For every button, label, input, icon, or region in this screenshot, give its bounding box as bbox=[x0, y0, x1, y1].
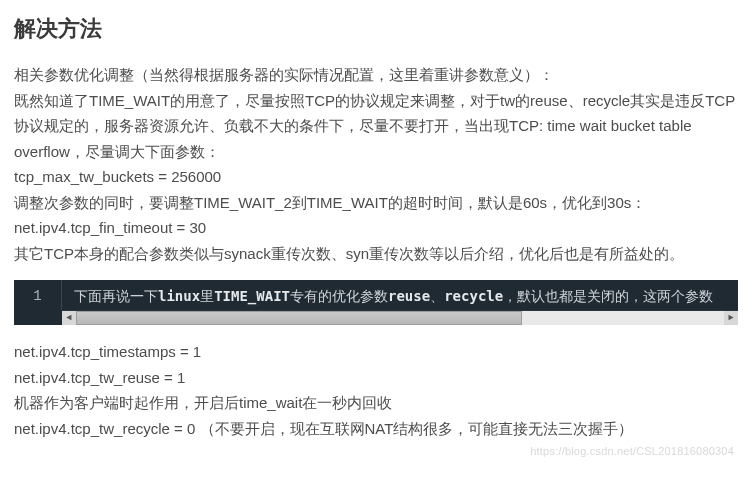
bottom-paragraph-block: net.ipv4.tcp_timestamps = 1 net.ipv4.tcp… bbox=[14, 339, 738, 441]
code-line: 下面再说一下linux里TIME_WAIT专有的优化参数reuse、recycl… bbox=[62, 280, 738, 310]
code-keyword: recycle bbox=[444, 288, 503, 304]
paragraph: tcp_max_tw_buckets = 256000 bbox=[14, 164, 738, 190]
code-keyword: reuse bbox=[388, 288, 430, 304]
horizontal-scrollbar[interactable]: ◄ ► bbox=[62, 310, 738, 325]
paragraph: 相关参数优化调整（当然得根据服务器的实际情况配置，这里着重讲参数意义）： bbox=[14, 62, 738, 88]
paragraph: net.ipv4.tcp_tw_recycle = 0 （不要开启，现在互联网N… bbox=[14, 416, 738, 442]
paragraph: net.ipv4.tcp_tw_reuse = 1 bbox=[14, 365, 738, 391]
code-row: 1 下面再说一下linux里TIME_WAIT专有的优化参数reuse、recy… bbox=[14, 280, 738, 310]
paragraph: net.ipv4.tcp_fin_timeout = 30 bbox=[14, 215, 738, 241]
code-keyword: linux bbox=[158, 288, 200, 304]
code-text: ，默认也都是关闭的，这两个参数 bbox=[503, 288, 713, 304]
code-text: 专有的优化参数 bbox=[290, 288, 388, 304]
scrollbar-thumb[interactable] bbox=[76, 311, 522, 325]
code-block: 1 下面再说一下linux里TIME_WAIT专有的优化参数reuse、recy… bbox=[14, 280, 738, 325]
section-heading: 解决方法 bbox=[14, 14, 738, 44]
code-viewport: 下面再说一下linux里TIME_WAIT专有的优化参数reuse、recycl… bbox=[62, 280, 738, 310]
paragraph: net.ipv4.tcp_timestamps = 1 bbox=[14, 339, 738, 365]
paragraph: 调整次参数的同时，要调整TIME_WAIT_2到TIME_WAIT的超时时间，默… bbox=[14, 190, 738, 216]
scroll-right-arrow-icon[interactable]: ► bbox=[724, 311, 738, 325]
watermark: https://blog.csdn.net/CSL201816080304 bbox=[530, 445, 734, 457]
paragraph: 既然知道了TIME_WAIT的用意了，尽量按照TCP的协议规定来调整，对于tw的… bbox=[14, 88, 738, 165]
code-text: 里 bbox=[200, 288, 214, 304]
code-keyword: TIME_WAIT bbox=[214, 288, 290, 304]
code-text: 下面再说一下 bbox=[74, 288, 158, 304]
paragraph: 机器作为客户端时起作用，开启后time_wait在一秒内回收 bbox=[14, 390, 738, 416]
top-paragraph-block: 相关参数优化调整（当然得根据服务器的实际情况配置，这里着重讲参数意义）： 既然知… bbox=[14, 62, 738, 266]
scroll-left-arrow-icon[interactable]: ◄ bbox=[62, 311, 76, 325]
code-line-number: 1 bbox=[14, 280, 62, 310]
paragraph: 其它TCP本身的配合参数类似与synack重传次数、syn重传次数等以后介绍，优… bbox=[14, 241, 738, 267]
article-page: 解决方法 相关参数优化调整（当然得根据服务器的实际情况配置，这里着重讲参数意义）… bbox=[0, 0, 752, 459]
code-text: 、 bbox=[430, 288, 444, 304]
